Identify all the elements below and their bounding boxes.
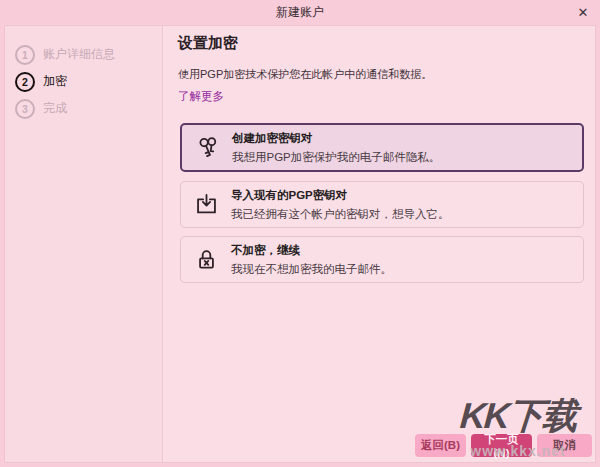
page-title: 设置加密 bbox=[178, 34, 238, 53]
cancel-button[interactable]: 取消 bbox=[537, 434, 592, 457]
option-subtitle: 我现在不想加密我的电子邮件。 bbox=[231, 262, 392, 277]
keys-icon bbox=[182, 134, 232, 161]
lock-x-icon bbox=[181, 246, 231, 273]
step-label-encryption: 加密 bbox=[43, 73, 67, 90]
step-encryption: 2 加密 bbox=[5, 68, 162, 95]
step-account-details: 1 账户详细信息 bbox=[5, 41, 162, 68]
option-subtitle: 我已经拥有这个帐户的密钥对，想导入它。 bbox=[231, 207, 450, 222]
import-icon bbox=[181, 191, 231, 218]
step-number-1: 1 bbox=[15, 45, 35, 65]
titlebar: 新建账户 bbox=[0, 0, 600, 25]
option-import-keypair[interactable]: 导入现有的PGP密钥对 我已经拥有这个帐户的密钥对，想导入它。 bbox=[180, 181, 584, 228]
next-button[interactable]: 下一页(N) bbox=[471, 434, 532, 457]
window-title: 新建账户 bbox=[276, 4, 324, 21]
step-label-finish: 完成 bbox=[43, 100, 67, 117]
step-number-3: 3 bbox=[15, 99, 35, 119]
description-text: 使用PGP加密技术保护您在此帐户中的通信和数据。 bbox=[178, 67, 432, 82]
back-button[interactable]: 返回(B) bbox=[415, 434, 466, 457]
option-create-keypair[interactable]: 创建加密密钥对 我想用PGP加密保护我的电子邮件隐私。 bbox=[180, 123, 584, 172]
option-title: 创建加密密钥对 bbox=[232, 131, 440, 146]
close-icon[interactable]: ✕ bbox=[575, 4, 591, 20]
learn-more-link[interactable]: 了解更多 bbox=[178, 89, 224, 104]
step-number-2: 2 bbox=[15, 72, 35, 92]
step-label-account-details: 账户详细信息 bbox=[43, 46, 115, 63]
step-finish: 3 完成 bbox=[5, 95, 162, 122]
wizard-steps-sidebar: 1 账户详细信息 2 加密 3 完成 bbox=[5, 26, 163, 462]
option-title: 导入现有的PGP密钥对 bbox=[231, 188, 450, 203]
option-subtitle: 我想用PGP加密保护我的电子邮件隐私。 bbox=[232, 150, 440, 165]
option-no-encryption[interactable]: 不加密，继续 我现在不想加密我的电子邮件。 bbox=[180, 236, 584, 283]
option-title: 不加密，继续 bbox=[231, 243, 392, 258]
